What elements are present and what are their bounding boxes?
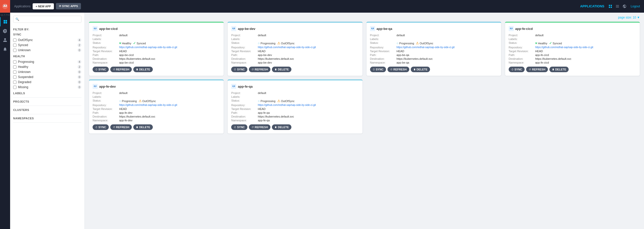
sync-button[interactable]: SYNC — [93, 67, 109, 72]
status-value: ○ Progressing ⚠ OutOfSync — [258, 41, 294, 45]
search-input[interactable] — [13, 16, 81, 23]
health-indicator: ♥ — [119, 41, 121, 45]
target-revision-key: Target Revision: — [93, 50, 119, 53]
repository-key: Repository: — [509, 46, 535, 49]
app-card-name: app-be-cicd — [99, 27, 118, 31]
app-card-namespace-row: Namespace: app-fe-cicd — [509, 61, 636, 64]
namespace-value: app-fe-qa — [258, 119, 270, 122]
sync-button[interactable]: SYNC — [231, 67, 247, 72]
grid-view-icon[interactable] — [607, 3, 613, 9]
app-card-project-row: Project: default — [231, 91, 359, 94]
svg-point-27 — [371, 28, 372, 29]
filter-checkbox-outofsync[interactable] — [13, 39, 16, 42]
path-value: app-be-cicd — [119, 53, 134, 56]
namespace-value: app-fe-dev — [119, 119, 133, 122]
refresh-button[interactable]: REFRESH — [526, 67, 548, 72]
sync-button[interactable]: SYNC — [370, 67, 386, 72]
app-card-status-row: Status: ○ Progressing ⚠ OutOfSync — [370, 41, 498, 45]
header-title: Applications — [14, 5, 31, 8]
refresh-button[interactable]: REFRESH — [249, 124, 271, 130]
target-revision-value: HEAD — [535, 50, 543, 53]
sidebar-item-apps[interactable] — [0, 17, 10, 26]
sync-status-text: Synced — [553, 42, 562, 45]
sync-button[interactable]: SYNC — [509, 67, 525, 72]
argo-icon — [93, 26, 98, 31]
namespace-key: Namespace: — [231, 61, 258, 64]
svg-point-38 — [95, 85, 96, 87]
argo-icon — [509, 26, 514, 31]
project-key: Project: — [370, 34, 397, 37]
app-card-namespace-row: Namespace: app-fe-qa — [231, 119, 359, 122]
filter-checkbox-synced[interactable] — [13, 44, 16, 47]
refresh-button[interactable]: REFRESH — [110, 67, 132, 72]
delete-button[interactable]: DELETE — [549, 67, 569, 72]
sidebar-item-notifications[interactable] — [0, 45, 10, 54]
repository-key: Repository: — [231, 46, 258, 49]
svg-rect-12 — [611, 7, 612, 8]
destination-value: https://kubernetes.default.svc — [258, 115, 294, 118]
status-key: Status: — [231, 41, 258, 44]
filter-checkbox-progressing[interactable] — [13, 60, 16, 64]
repository-value: https://github.com/redhat-sap/sap-side-b… — [535, 46, 593, 49]
app-card-actions: SYNC REFRESH DELETE — [370, 67, 498, 72]
refresh-button[interactable]: REFRESH — [110, 124, 132, 130]
sync-button[interactable]: SYNC — [93, 124, 109, 130]
delete-button[interactable]: DELETE — [272, 124, 291, 130]
filter-checkbox-healthy[interactable] — [13, 65, 16, 69]
svg-rect-31 — [509, 26, 514, 31]
filter-checkbox-suspended[interactable] — [13, 75, 16, 79]
sidebar-item-settings[interactable] — [0, 26, 10, 35]
sidebar-item-user[interactable] — [0, 35, 10, 45]
delete-button[interactable]: DELETE — [133, 67, 153, 72]
filter-count-degraded: 0 — [77, 80, 81, 84]
svg-point-20 — [95, 28, 96, 28]
filter-checkbox-missing[interactable] — [13, 86, 16, 89]
filter-checkbox-unknown-health[interactable] — [13, 70, 16, 74]
path-value: app-fe-qa — [258, 111, 270, 114]
filter-checkbox-unknown-sync[interactable] — [13, 49, 16, 52]
target-revision-value: HEAD — [258, 107, 266, 110]
delete-button[interactable]: DELETE — [272, 67, 291, 72]
svg-rect-15 — [616, 7, 619, 7]
refresh-button[interactable]: REFRESH — [388, 67, 409, 72]
refresh-button[interactable]: REFRESH — [249, 67, 271, 72]
sync-apps-button[interactable]: ⟳ SYNC APPS — [56, 3, 81, 9]
app-card-name: app-be-dev — [238, 27, 255, 31]
filter-item-progressing: Progressing 4 — [13, 59, 81, 64]
target-revision-value: HEAD — [119, 107, 127, 110]
project-value: default — [258, 34, 266, 37]
svg-point-32 — [510, 28, 511, 29]
namespace-value: app-fe-cicd — [535, 61, 549, 64]
sync-indicator: ✓ — [549, 41, 552, 45]
svg-point-30 — [373, 28, 373, 28]
svg-point-25 — [234, 28, 235, 28]
version-label: v1.7.7+3 — [1, 13, 10, 17]
health-filter-title: HEALTH — [13, 55, 81, 58]
filter-count-progressing: 4 — [77, 60, 81, 64]
delete-button[interactable]: DELETE — [411, 67, 430, 72]
filter-count-synced: 2 — [77, 43, 81, 47]
app-card-destination-row: Destination: https://kubernetes.default.… — [370, 57, 498, 60]
sync-button[interactable]: SYNC — [231, 124, 247, 130]
status-key: Status: — [231, 99, 258, 102]
list-view-icon[interactable] — [614, 3, 620, 9]
labels-key: Labels: — [93, 37, 119, 41]
logout-button[interactable]: Logout — [631, 5, 640, 8]
filter-checkbox-degraded[interactable] — [13, 81, 16, 84]
page-size-control[interactable]: page size: 10 ▼ — [89, 16, 640, 19]
svg-rect-13 — [616, 5, 619, 5]
filter-item-unknown-health: Unknown 0 — [13, 69, 81, 74]
status-value: ○ Progressing ⚠ OutOfSync — [258, 99, 294, 103]
namespace-key: Namespace: — [93, 119, 119, 122]
new-app-button[interactable]: + NEW APP — [33, 3, 54, 9]
delete-button[interactable]: DELETE — [133, 124, 153, 130]
header: Applications + NEW APP ⟳ SYNC APPS APPLI… — [10, 0, 644, 13]
globe-icon[interactable] — [621, 3, 628, 9]
app-card-repo-row: Repository: https://github.com/redhat-sa… — [370, 46, 498, 49]
health-status-text: Progressing — [399, 42, 414, 45]
destination-value: https://kubernetes.default.svc — [397, 57, 433, 60]
repository-value: https://github.com/redhat-sap/sap-side-b… — [119, 104, 177, 106]
svg-point-28 — [373, 28, 374, 29]
app-card: app-be-dev Project: default Labels: Stat… — [227, 22, 362, 76]
svg-rect-36 — [93, 84, 98, 89]
